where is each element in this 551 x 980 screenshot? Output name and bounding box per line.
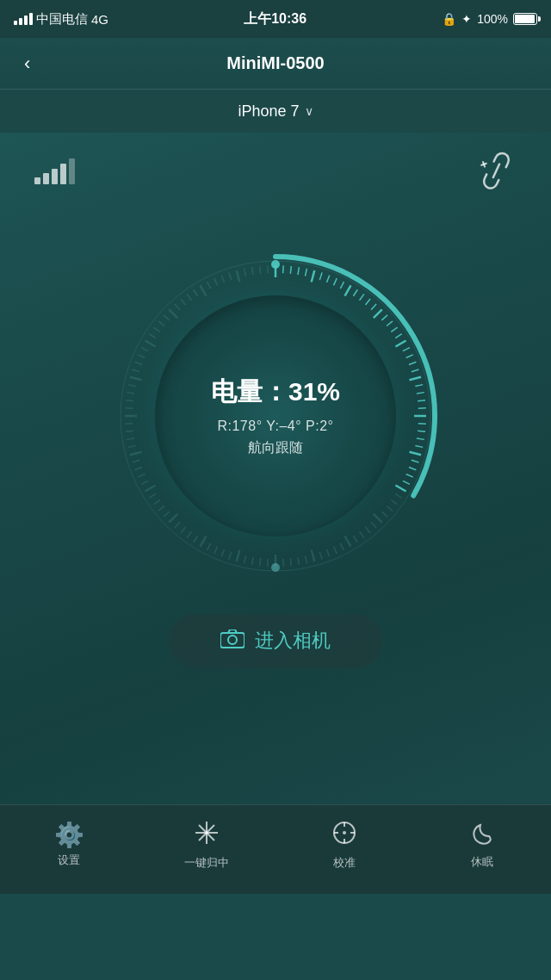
svg-line-21 [391,327,397,332]
svg-line-83 [145,485,155,491]
svg-line-60 [298,556,299,564]
svg-line-54 [340,543,344,549]
svg-line-72 [207,543,211,549]
battery-percent: 100% [477,12,508,26]
svg-line-51 [360,531,364,537]
connection-icon[interactable] [472,146,523,202]
svg-line-49 [371,522,376,528]
svg-line-56 [326,549,329,555]
nav-item-settings[interactable]: ⚙️ 设置 [0,823,138,868]
carrier-signal [14,13,33,25]
nav-label-calibrate: 校准 [333,855,356,871]
nav-label-sleep: 休眠 [471,854,493,870]
status-time: 上午10:36 [244,10,306,28]
svg-line-12 [340,282,344,288]
battery-icon [513,13,537,25]
svg-line-66 [252,556,253,564]
svg-line-7 [306,268,307,276]
svg-line-112 [194,289,198,296]
svg-line-61 [290,558,291,566]
svg-line-69 [229,551,232,559]
back-button[interactable]: ‹ [17,46,37,82]
svg-line-90 [127,437,134,438]
nav-item-calibrate[interactable]: 校准 [276,820,413,871]
lock-icon: 🔒 [442,12,456,26]
nav-label-center: 一键归中 [184,855,229,871]
svg-line-14 [353,289,357,296]
svg-line-87 [133,460,140,462]
svg-line-52 [353,536,357,543]
svg-line-82 [149,493,156,498]
svg-line-36 [417,437,424,438]
header: ‹ MiniMI-0500 [0,38,551,90]
svg-line-9 [319,272,322,280]
svg-line-81 [153,499,159,504]
svg-line-84 [141,481,148,484]
svg-line-80 [158,506,164,511]
battery-percentage: 电量：31% [211,375,340,410]
svg-line-42 [403,481,410,484]
svg-line-121 [260,265,261,273]
svg-line-31 [418,400,425,400]
svg-line-26 [409,362,416,364]
svg-line-106 [158,320,164,326]
svg-line-103 [145,340,155,346]
svg-line-6 [298,267,299,275]
orientation-values: R:178° Y:–4° P:2° [217,419,333,434]
svg-point-132 [343,831,346,834]
svg-line-55 [334,546,337,553]
svg-line-68 [237,549,240,561]
settings-icon: ⚙️ [54,823,84,847]
svg-line-119 [245,268,246,276]
svg-line-35 [418,431,425,431]
svg-line-71 [214,546,218,553]
nav-item-sleep[interactable]: 休眠 [413,821,551,870]
svg-line-99 [133,369,140,371]
svg-line-20 [387,320,393,326]
svg-line-41 [406,474,413,477]
svg-line-46 [387,506,393,511]
svg-line-5 [290,265,291,273]
svg-line-70 [221,549,224,555]
svg-line-57 [319,551,322,559]
device-selector[interactable]: iPhone 7 ∨ [0,90,551,133]
svg-line-44 [395,493,402,498]
camera-button-label: 进入相机 [255,628,331,654]
bottom-nav: ⚙️ 设置 一键归中 校准 [0,804,551,894]
svg-line-75 [187,531,191,537]
svg-line-100 [135,362,142,364]
svg-point-126 [228,636,237,644]
svg-line-65 [260,558,261,566]
chevron-down-icon: ∨ [305,104,313,118]
status-left: 中国电信 4G [14,11,108,28]
svg-line-85 [138,474,145,477]
svg-line-79 [164,512,170,517]
svg-line-29 [415,384,423,386]
svg-line-19 [381,314,387,319]
svg-line-109 [175,303,180,309]
bluetooth-icon: ✦ [461,12,472,26]
svg-line-78 [169,513,177,522]
svg-line-59 [306,555,307,563]
network-type: 4G [91,12,108,27]
svg-point-123 [271,260,280,269]
sleep-icon [470,821,494,849]
svg-line-91 [126,431,133,431]
svg-line-77 [175,522,180,528]
svg-line-39 [412,460,419,462]
svg-line-97 [128,384,136,386]
svg-line-110 [181,299,186,305]
svg-line-24 [403,347,410,350]
svg-line-48 [374,513,382,522]
svg-line-37 [415,445,423,447]
svg-line-86 [135,467,142,469]
svg-line-104 [149,333,156,338]
svg-line-111 [187,294,191,300]
svg-line-118 [237,270,240,282]
svg-line-117 [229,272,232,280]
svg-line-76 [181,527,186,533]
svg-line-25 [406,354,413,357]
svg-point-124 [271,563,280,572]
camera-button[interactable]: 进入相机 [169,614,382,668]
nav-item-center[interactable]: 一键归中 [138,820,276,871]
